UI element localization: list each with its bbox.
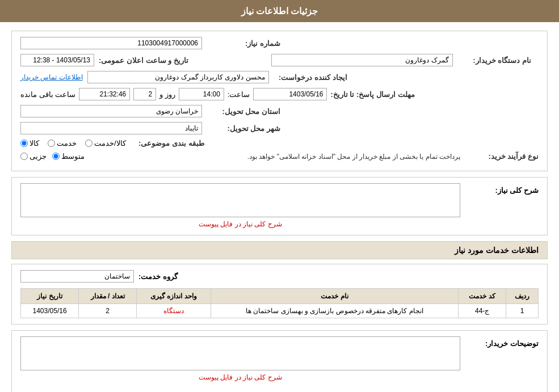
table-row: 1 ج-44 انجام کارهای متفرقه درخصوص بازساز…: [21, 304, 539, 318]
deadline-day-label: روز و: [159, 90, 175, 99]
deadline-remaining-input[interactable]: [79, 88, 130, 100]
category-option-1-label: کالا: [30, 139, 39, 147]
creator-row: ایجاد کننده درخواست: اطلاعات تماس خریدار: [20, 71, 539, 83]
city-label: شهر محل تحویل:: [207, 124, 280, 133]
services-table: ردیف کد خدمت نام خدمت واحد اندازه گیری ت…: [20, 288, 539, 318]
category-option-3[interactable]: کالا/خدمت: [85, 139, 126, 147]
category-row: طبقه بندی موضوعی: کالا/خدمت خدمت کالا: [20, 139, 539, 147]
category-option-1[interactable]: کالا: [20, 139, 39, 147]
col-date: تاریخ نیاز: [21, 289, 79, 304]
deadline-time-label: ساعت:: [228, 90, 250, 99]
services-form-section: گروه خدمت: ردیف کد خدمت نام خدمت واحد ان…: [11, 264, 548, 324]
buyer-org-row: نام دستگاه خریدار: تاریخ و ساعت اعلان عم…: [20, 54, 539, 66]
need-description-textarea[interactable]: [20, 183, 460, 217]
buyer-desc-note: شرح کلی نیاز در فایل پیوست: [20, 372, 460, 382]
buyer-desc-box: شرح کلی نیاز در فایل پیوست: [20, 336, 460, 382]
buyer-desc-label: توضیحات خریدار:: [465, 336, 539, 348]
service-group-input[interactable]: [20, 270, 134, 283]
process-row: نوع فرآیند خرید: پرداخت تمام یا بخشی از …: [20, 152, 539, 161]
col-qty: تعداد / مقدار: [79, 289, 137, 304]
page-header: جزئیات اطلاعات نیاز: [0, 0, 559, 22]
buyer-org-label: نام دستگاه خریدار:: [457, 56, 531, 65]
buyer-org-input[interactable]: [271, 54, 453, 66]
process-option-2[interactable]: متوسط: [52, 152, 85, 161]
category-radio-1[interactable]: [20, 140, 28, 147]
date-announce-input[interactable]: [20, 54, 94, 66]
category-option-3-label: کالا/خدمت: [94, 139, 126, 147]
process-options-group: پرداخت تمام یا بخشی از مبلغ خریدار از مح…: [20, 152, 460, 161]
need-description-note: شرح کلی نیاز در فایل پیوست: [20, 219, 460, 229]
cell-date: 1403/05/16: [21, 304, 79, 318]
deadline-remaining-label: ساعت باقی مانده: [20, 90, 75, 99]
process-option-2-label: متوسط: [61, 152, 85, 161]
services-section-title: اطلاعات خدمات مورد نیاز: [455, 246, 539, 255]
need-desc-row: شرح کلی نیاز: شرح کلی نیاز در فایل پیوست: [20, 183, 539, 229]
category-option-2[interactable]: خدمت: [48, 139, 77, 147]
date-announce-label: تاریخ و ساعت اعلان عمومی:: [99, 56, 188, 65]
process-option-1-label: جزیی: [30, 152, 47, 161]
cell-code: ج-44: [459, 304, 506, 318]
col-unit: واحد اندازه گیری: [137, 289, 211, 304]
service-group-label: گروه خدمت:: [138, 272, 178, 281]
col-row: ردیف: [506, 289, 539, 304]
need-number-row: شماره نیاز:: [20, 37, 539, 49]
need-description-label: شرح کلی نیاز:: [465, 183, 539, 195]
need-number-label: شماره نیاز:: [207, 39, 280, 48]
deadline-row: مهلت ارسال پاسخ: تا تاریخ: ساعت: روز و س…: [20, 88, 539, 100]
need-description-section: شرح کلی نیاز: شرح کلی نیاز در فایل پیوست: [11, 177, 548, 235]
buyer-desc-row: توضیحات خریدار: شرح کلی نیاز در فایل پیو…: [20, 336, 539, 382]
col-code: کد خدمت: [459, 289, 506, 304]
page-title: جزئیات اطلاعات نیاز: [241, 6, 318, 16]
buyer-desc-section: توضیحات خریدار: شرح کلی نیاز در فایل پیو…: [11, 330, 548, 392]
deadline-label: مهلت ارسال پاسخ: تا تاریخ:: [330, 90, 414, 99]
process-radio-1[interactable]: [20, 153, 28, 160]
services-table-header-row: ردیف کد خدمت نام خدمت واحد اندازه گیری ت…: [21, 289, 539, 304]
need-number-input[interactable]: [20, 37, 202, 49]
cell-row: 1: [506, 304, 539, 318]
buyer-desc-textarea[interactable]: [20, 336, 460, 370]
province-input[interactable]: [20, 105, 202, 117]
category-radio-group: کالا/خدمت خدمت کالا: [20, 139, 126, 147]
cell-name: انجام کارهای متفرقه درخصوص بازسازی و بهس…: [211, 304, 459, 318]
main-form-section: شماره نیاز: نام دستگاه خریدار: تاریخ و س…: [11, 31, 548, 171]
service-group-row: گروه خدمت:: [20, 270, 539, 283]
process-option-1[interactable]: جزیی: [20, 152, 47, 161]
cell-unit: دستگاه: [137, 304, 211, 318]
services-table-head: ردیف کد خدمت نام خدمت واحد اندازه گیری ت…: [21, 289, 539, 304]
category-label: طبقه بندی موضوعی:: [131, 139, 204, 147]
deadline-day-input[interactable]: [133, 88, 156, 100]
deadline-date-input[interactable]: [253, 88, 327, 100]
services-section-header: اطلاعات خدمات مورد نیاز: [11, 241, 548, 259]
process-label: نوع فرآیند خرید:: [465, 152, 539, 161]
creator-input[interactable]: [87, 71, 269, 83]
contact-link[interactable]: اطلاعات تماس خریدار: [20, 73, 83, 81]
city-row: شهر محل تحویل:: [20, 122, 539, 134]
city-input[interactable]: [20, 122, 202, 134]
deadline-time-input[interactable]: [179, 88, 224, 100]
process-radio-2[interactable]: [52, 153, 60, 160]
need-desc-box: شرح کلی نیاز در فایل پیوست: [20, 183, 460, 229]
category-radio-2[interactable]: [48, 140, 55, 147]
province-row: استان محل تحویل:: [20, 105, 539, 117]
category-option-2-label: خدمت: [57, 139, 77, 147]
process-description: پرداخت تمام یا بخشی از مبلغ خریدار از مح…: [90, 153, 460, 161]
creator-label: ایجاد کننده درخواست:: [274, 73, 347, 82]
col-name: نام خدمت: [211, 289, 459, 304]
cell-qty: 2: [79, 304, 137, 318]
province-label: استان محل تحویل:: [207, 107, 280, 116]
services-table-body: 1 ج-44 انجام کارهای متفرقه درخصوص بازساز…: [21, 304, 539, 318]
category-radio-3[interactable]: [85, 140, 93, 147]
